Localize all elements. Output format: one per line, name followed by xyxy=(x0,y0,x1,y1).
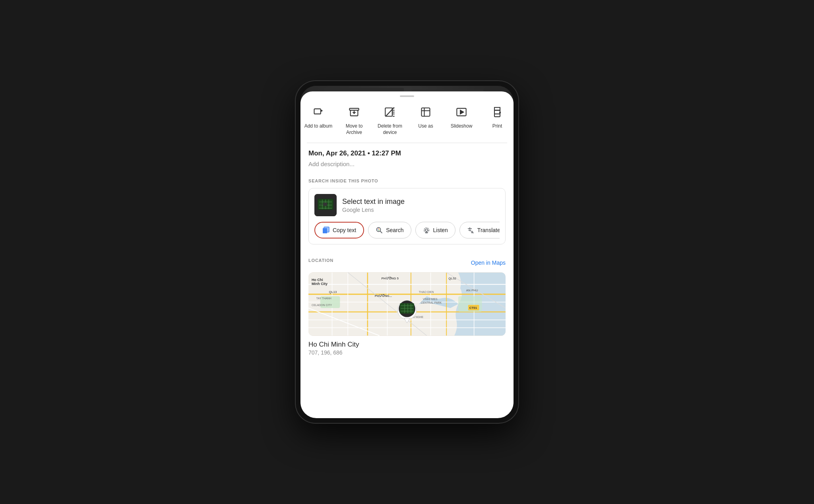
location-coordinates: 707, 196, 686 xyxy=(308,349,506,356)
svg-text:PHƯỜNG 5: PHƯỜNG 5 xyxy=(382,277,399,281)
lens-actions: Copy text xyxy=(314,222,500,238)
listen-label: Listen xyxy=(433,227,448,233)
search-label: Search xyxy=(386,227,403,233)
search-button[interactable]: Search xyxy=(368,222,411,238)
toolbar-item-use-as[interactable]: Use as xyxy=(408,101,444,138)
archive-icon xyxy=(345,103,363,121)
svg-rect-21 xyxy=(494,107,500,110)
translate-label: Translate xyxy=(477,227,500,233)
use-as-icon xyxy=(417,103,434,121)
svg-rect-33 xyxy=(320,204,322,205)
svg-text:QL52: QL52 xyxy=(448,277,456,281)
location-label: LOCATION xyxy=(308,258,333,263)
svg-text:TAY THANH: TAY THANH xyxy=(316,297,331,300)
toolbar: Add to album Move to Archive xyxy=(300,99,514,143)
listen-button[interactable]: Listen xyxy=(415,222,455,238)
lens-card: Select text in image Google Lens xyxy=(308,188,506,244)
svg-line-39 xyxy=(380,231,382,233)
search-inside-section: SEARCH INSIDE THIS PHOTO xyxy=(300,172,514,252)
search-icon xyxy=(376,227,383,234)
location-city: Ho Chi Minh City xyxy=(308,341,506,349)
toolbar-item-delete[interactable]: Delete from device xyxy=(372,101,408,138)
search-inside-label: SEARCH INSIDE THIS PHOTO xyxy=(308,178,506,183)
lens-thumbnail xyxy=(314,194,337,216)
svg-text:CELADON CITY: CELADON CITY xyxy=(312,304,332,306)
svg-text:PHƯỜNG...: PHƯỜNG... xyxy=(375,294,392,298)
print-icon xyxy=(488,103,506,121)
photo-info-section: Mon, Apr 26, 2021 • 12:27 PM Add descrip… xyxy=(300,143,514,172)
photo-date: Mon, Apr 26, 2021 • 12:27 PM xyxy=(308,149,506,157)
svg-text:QL13: QL13 xyxy=(329,290,337,294)
lens-subtitle: Google Lens xyxy=(342,207,405,213)
handle-bar xyxy=(400,95,414,97)
print-label: Print xyxy=(492,123,502,130)
svg-point-40 xyxy=(378,229,378,230)
svg-rect-37 xyxy=(323,228,327,233)
svg-text:THAO DIEN: THAO DIEN xyxy=(419,291,434,293)
svg-marker-19 xyxy=(460,110,463,114)
svg-point-42 xyxy=(379,229,380,230)
slideshow-icon xyxy=(453,103,470,121)
lens-header: Select text in image Google Lens xyxy=(314,194,500,216)
phone-frame: Add to album Move to Archive xyxy=(296,81,518,423)
svg-rect-4 xyxy=(314,109,321,114)
svg-text:AN PHU: AN PHU xyxy=(466,289,478,292)
svg-rect-20 xyxy=(494,114,500,117)
svg-text:CENTRAL PARK: CENTRAL PARK xyxy=(421,301,442,304)
delete-device-icon xyxy=(381,103,399,121)
svg-text:VINHOMES: VINHOMES xyxy=(423,298,438,300)
svg-text:Ho Chi: Ho Chi xyxy=(312,278,323,282)
copy-icon xyxy=(322,227,329,234)
svg-point-22 xyxy=(500,112,500,113)
svg-point-41 xyxy=(378,229,379,229)
svg-text:Minh City: Minh City xyxy=(312,282,328,286)
copy-text-button[interactable]: Copy text xyxy=(314,222,364,238)
delete-device-label: Delete from device xyxy=(374,123,406,136)
lens-text-info: Select text in image Google Lens xyxy=(342,198,405,213)
archive-label: Move to Archive xyxy=(338,123,370,136)
open-maps-button[interactable]: Open in Maps xyxy=(471,260,506,266)
sheet-handle[interactable] xyxy=(300,91,514,99)
svg-rect-7 xyxy=(349,109,359,110)
listen-icon xyxy=(423,227,430,234)
svg-rect-16 xyxy=(422,108,430,116)
slideshow-label: Slideshow xyxy=(451,123,473,130)
phone-inner: Add to album Move to Archive xyxy=(300,86,514,418)
location-header: LOCATION Open in Maps xyxy=(308,258,506,268)
translate-button[interactable]: Translate xyxy=(459,222,500,238)
toolbar-item-add-to-album[interactable]: Add to album xyxy=(300,101,336,138)
photo-description-placeholder[interactable]: Add description... xyxy=(308,161,506,167)
copy-text-label: Copy text xyxy=(333,227,356,233)
map-container[interactable]: QL13 QL52 Ho Chi Minh City PHƯỜNG 5 TAY … xyxy=(308,272,506,336)
toolbar-item-archive[interactable]: Move to Archive xyxy=(336,101,372,138)
lens-title: Select text in image xyxy=(342,198,405,206)
svg-point-44 xyxy=(425,229,428,231)
thumbnail-image xyxy=(314,194,337,216)
translate-icon xyxy=(467,227,474,234)
toolbar-item-slideshow[interactable]: Slideshow xyxy=(444,101,479,138)
svg-point-43 xyxy=(378,230,379,231)
location-section: LOCATION Open in Maps xyxy=(300,252,514,361)
bottom-sheet: Add to album Move to Archive xyxy=(300,91,514,418)
add-album-icon xyxy=(310,103,327,121)
add-album-label: Add to album xyxy=(304,123,333,130)
toolbar-item-print[interactable]: Print xyxy=(479,101,514,138)
svg-rect-32 xyxy=(323,203,327,206)
use-as-label: Use as xyxy=(418,123,433,130)
svg-text:CT01: CT01 xyxy=(469,306,477,310)
